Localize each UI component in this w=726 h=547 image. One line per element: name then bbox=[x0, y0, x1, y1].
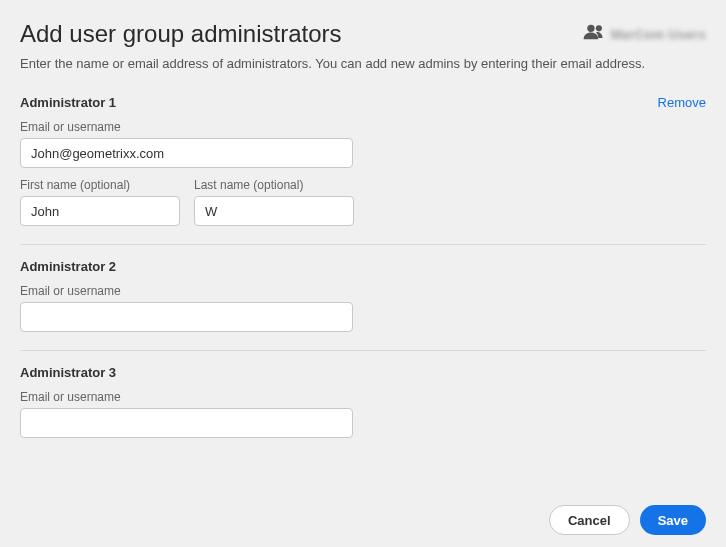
admin-heading-3: Administrator 3 bbox=[20, 365, 116, 380]
admin-section-2: Administrator 2 Email or username bbox=[20, 259, 706, 351]
email-input-3[interactable] bbox=[20, 408, 353, 438]
email-input-2[interactable] bbox=[20, 302, 353, 332]
save-button[interactable]: Save bbox=[640, 505, 706, 535]
group-icon bbox=[583, 23, 605, 45]
cancel-button[interactable]: Cancel bbox=[549, 505, 630, 535]
email-label: Email or username bbox=[20, 390, 706, 404]
last-name-input-1[interactable] bbox=[194, 196, 354, 226]
admin-section-3: Administrator 3 Email or username bbox=[20, 365, 706, 456]
admin-section-1: Administrator 1 Remove Email or username… bbox=[20, 95, 706, 245]
admin-heading-1: Administrator 1 bbox=[20, 95, 116, 110]
dialog-subtitle: Enter the name or email address of admin… bbox=[20, 56, 706, 71]
dialog-title: Add user group administrators bbox=[20, 20, 342, 48]
last-name-label: Last name (optional) bbox=[194, 178, 354, 192]
dialog-footer: Cancel Save bbox=[20, 495, 706, 535]
admin-header-1: Administrator 1 Remove bbox=[20, 95, 706, 110]
svg-point-1 bbox=[595, 25, 601, 31]
email-label: Email or username bbox=[20, 120, 706, 134]
admin-header-3: Administrator 3 bbox=[20, 365, 706, 380]
admin-header-2: Administrator 2 bbox=[20, 259, 706, 274]
remove-link[interactable]: Remove bbox=[658, 95, 706, 110]
svg-point-0 bbox=[587, 25, 594, 32]
dialog-header: Add user group administrators MarCom Use… bbox=[20, 20, 706, 48]
first-name-label: First name (optional) bbox=[20, 178, 180, 192]
add-admin-dialog: Add user group administrators MarCom Use… bbox=[0, 0, 726, 547]
group-name-label: MarCom Users bbox=[611, 27, 706, 42]
email-label: Email or username bbox=[20, 284, 706, 298]
group-indicator: MarCom Users bbox=[583, 23, 706, 45]
admin-heading-2: Administrator 2 bbox=[20, 259, 116, 274]
email-input-1[interactable] bbox=[20, 138, 353, 168]
first-name-input-1[interactable] bbox=[20, 196, 180, 226]
